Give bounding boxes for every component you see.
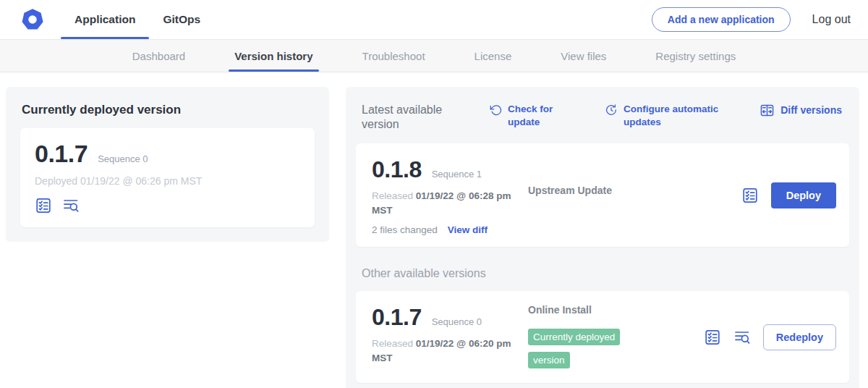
available-panel-title: Latest available version	[362, 103, 457, 132]
log-search-icon	[62, 197, 80, 214]
main-content: Currently deployed version 0.1.7 Sequenc…	[0, 72, 868, 388]
configure-automatic-updates-button[interactable]: Configure automatic updates	[605, 103, 732, 128]
tab-application[interactable]: Application	[61, 0, 149, 39]
check-for-update-label: Check for update	[508, 103, 560, 128]
view-logs-button[interactable]	[62, 197, 80, 214]
diff-versions-button[interactable]: Diff versions	[760, 103, 842, 118]
top-header: Application GitOps Add a new application…	[0, 0, 868, 40]
view-logs-button[interactable]	[733, 329, 751, 346]
view-diff-link[interactable]: View diff	[448, 224, 488, 235]
diff-versions-label: Diff versions	[780, 104, 842, 117]
subnav-dashboard[interactable]: Dashboard	[108, 40, 210, 72]
available-panel-header: Latest available version Check for updat…	[356, 97, 849, 143]
deploy-button[interactable]: Deploy	[771, 182, 836, 208]
version-source-label: Online Install	[528, 304, 704, 316]
other-versions-heading: Other available versions	[362, 267, 843, 280]
other-sequence-label: Sequence 0	[432, 316, 482, 327]
configure-automatic-updates-label: Configure automatic updates	[624, 103, 732, 128]
deployed-timestamp: Deployed 01/19/22 @ 06:26 pm MST	[35, 175, 300, 187]
latest-sequence-label: Sequence 1	[432, 169, 482, 180]
checklist-icon	[741, 187, 759, 204]
subnav-registry-settings[interactable]: Registry settings	[631, 40, 760, 72]
app-logo-icon	[20, 7, 45, 32]
refresh-icon	[489, 104, 502, 117]
logout-link[interactable]: Log out	[812, 13, 851, 26]
release-notes-button[interactable]	[741, 187, 759, 204]
checklist-icon	[704, 329, 721, 346]
subnav-view-files[interactable]: View files	[536, 40, 631, 72]
subnav-version-history[interactable]: Version history	[210, 40, 337, 72]
tab-gitops[interactable]: GitOps	[149, 0, 214, 39]
deployed-sequence-label: Sequence 0	[98, 153, 148, 164]
checklist-icon	[35, 197, 52, 214]
release-notes-button[interactable]	[704, 329, 721, 346]
subnav-license[interactable]: License	[450, 40, 537, 72]
clock-refresh-icon	[605, 104, 618, 117]
available-versions-panel: Latest available version Check for updat…	[346, 87, 859, 388]
latest-version-number: 0.1.8	[372, 156, 422, 183]
app-subnav: Dashboard Version history Troubleshoot L…	[0, 40, 868, 72]
currently-deployed-panel: Currently deployed version 0.1.7 Sequenc…	[6, 87, 329, 242]
release-notes-button[interactable]	[35, 197, 52, 214]
log-search-icon	[733, 329, 751, 346]
subnav-troubleshoot[interactable]: Troubleshoot	[338, 40, 450, 72]
latest-version-card: 0.1.8 Sequence 1 Released 01/19/22 @ 06:…	[356, 143, 849, 247]
released-label: Released	[372, 190, 413, 201]
currently-deployed-badge: Currently deployed version	[528, 329, 620, 368]
deployed-version-card: 0.1.7 Sequence 0 Deployed 01/19/22 @ 06:…	[20, 128, 315, 227]
redeploy-button[interactable]: Redeploy	[763, 324, 836, 350]
add-application-button[interactable]: Add a new application	[652, 7, 791, 32]
other-version-card: 0.1.7 Sequence 0 Released 01/19/22 @ 06:…	[356, 291, 849, 383]
other-version-number: 0.1.7	[372, 304, 422, 331]
version-source-label: Upstream Update	[528, 185, 612, 196]
files-changed-label: 2 files changed	[372, 224, 438, 235]
deployed-panel-title: Currently deployed version	[22, 103, 315, 117]
check-for-update-button[interactable]: Check for update	[489, 103, 560, 128]
released-label: Released	[372, 338, 413, 349]
split-diff-icon	[760, 103, 775, 118]
deployed-version-number: 0.1.7	[35, 140, 88, 168]
header-tabs: Application GitOps	[61, 0, 214, 39]
